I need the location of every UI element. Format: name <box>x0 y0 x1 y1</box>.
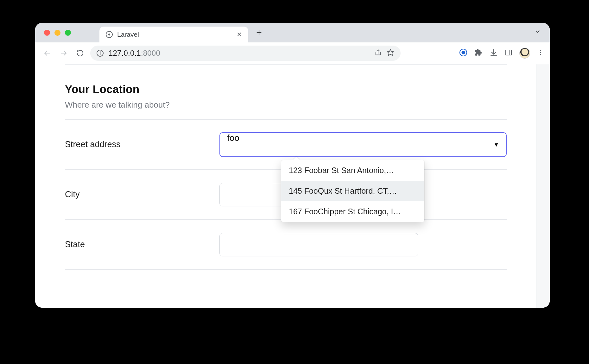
text-cursor <box>240 133 240 143</box>
field-row-street: Street address foo ▼ 123 Foobar St San A… <box>65 119 507 169</box>
window-minimize-button[interactable] <box>54 30 60 36</box>
field-row-state: State <box>65 219 507 269</box>
close-tab-button[interactable]: ✕ <box>237 31 242 38</box>
reload-button[interactable] <box>74 47 86 60</box>
state-label: State <box>65 240 219 249</box>
tab-strip: Laravel ✕ + <box>35 23 550 42</box>
suggestion-option[interactable]: 123 Foobar St San Antonio,… <box>281 160 424 181</box>
window-controls <box>44 30 71 36</box>
downloads-icon[interactable] <box>490 48 498 58</box>
svg-point-10 <box>540 50 541 51</box>
street-address-value: foo <box>227 133 239 143</box>
page-viewport: Your Location Where are we talking about… <box>35 64 550 308</box>
browser-window: Laravel ✕ + i 127.0.0.1:8000 <box>35 23 550 308</box>
form-page: Your Location Where are we talking about… <box>35 64 536 308</box>
toolbar-right-icons <box>459 48 544 59</box>
state-input[interactable] <box>219 233 418 256</box>
section-subtitle: Where are we talking about? <box>65 100 507 110</box>
svg-point-12 <box>540 54 541 55</box>
tab-title: Laravel <box>117 31 232 38</box>
url-text: 127.0.0.1:8000 <box>109 49 160 58</box>
browser-toolbar: i 127.0.0.1:8000 <box>35 42 550 64</box>
url-host: 127.0.0.1 <box>109 49 141 57</box>
browser-tab[interactable]: Laravel ✕ <box>99 27 248 42</box>
forward-button[interactable] <box>57 47 70 60</box>
bookmark-star-icon[interactable] <box>387 49 394 58</box>
tabs-overflow-button[interactable] <box>535 28 550 37</box>
svg-marker-3 <box>387 49 394 55</box>
street-address-control: foo ▼ 123 Foobar St San Antonio,… 145 Fo… <box>219 132 507 157</box>
section-header: Your Location Where are we talking about… <box>65 65 507 119</box>
section-title: Your Location <box>65 83 507 96</box>
omnibox[interactable]: i 127.0.0.1:8000 <box>90 46 401 61</box>
window-close-button[interactable] <box>44 30 50 36</box>
password-manager-icon[interactable] <box>459 48 467 58</box>
window-zoom-button[interactable] <box>65 30 71 36</box>
street-suggestions-listbox: 123 Foobar St San Antonio,… 145 FooQux S… <box>281 160 424 222</box>
share-icon[interactable] <box>375 49 382 57</box>
svg-rect-8 <box>506 50 511 55</box>
new-tab-button[interactable]: + <box>253 27 265 38</box>
url-port: :8000 <box>141 49 160 57</box>
street-address-label: Street address <box>65 140 219 149</box>
profile-avatar[interactable] <box>519 48 530 59</box>
city-label: City <box>65 190 219 199</box>
kebab-menu-icon[interactable] <box>537 49 544 57</box>
svg-point-11 <box>540 52 541 53</box>
divider <box>65 269 507 270</box>
svg-point-5 <box>462 51 465 54</box>
side-panel-icon[interactable] <box>505 49 512 58</box>
site-info-icon[interactable]: i <box>97 50 104 57</box>
street-address-combobox[interactable]: foo <box>219 132 507 157</box>
suggestion-option[interactable]: 167 FooChipper St Chicago, I… <box>281 201 424 222</box>
suggestion-option[interactable]: 145 FooQux St Hartford, CT,… <box>281 181 424 201</box>
back-button[interactable] <box>41 47 54 60</box>
extensions-icon[interactable] <box>474 48 483 58</box>
globe-icon <box>106 31 113 38</box>
